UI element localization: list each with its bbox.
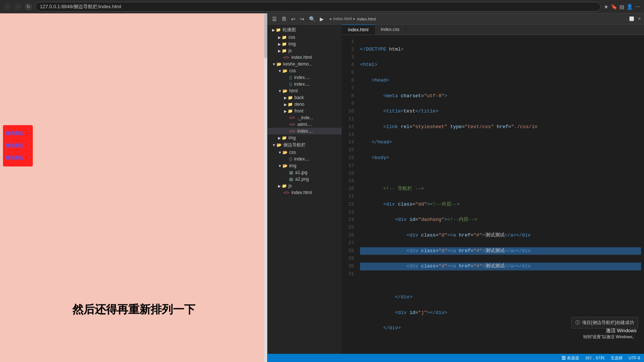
html-file-icon2: </> [289,115,295,120]
redo-icon[interactable]: ↪ [299,15,306,23]
tree-label: html [289,88,298,93]
tree-item-index-html1[interactable]: </> index.html [268,54,342,61]
address-bar[interactable]: 127.0.0.1:8848/侧边导航栏/index.html [35,2,601,12]
css-file-icon2: {} [289,82,292,86]
img-file-icon2: ▤ [289,177,293,182]
arrow-icon: ▼ [278,69,282,73]
sidebar-item-1[interactable]: 测试测试 [3,127,33,140]
menu-toolbar-icon[interactable]: ☰ [271,15,278,23]
tree-item-back[interactable]: ▶ 📁 back [268,94,342,101]
tree-label: ._inde... [297,115,313,120]
tree-item-html-folder[interactable]: ▼ 📂 html [268,88,342,94]
profile-icon[interactable]: 👤 [626,4,633,10]
star-icon[interactable]: ★ [604,4,609,10]
code-editor[interactable]: 12345 678910 1112131415 1617181920 21222… [342,35,644,354]
tree-item-css1[interactable]: ▶ 📁 css [268,34,342,41]
tree-label: js [288,48,292,53]
css-file-icon3: {} [289,157,292,161]
tree-label: css [289,150,296,155]
tree-item-a2png[interactable]: ▤ a2.png [268,176,342,182]
toolbar-right-icons: ⬜ ⨯ [629,16,641,21]
arrow-icon: ▶ [278,49,281,53]
tree-item-inde[interactable]: </> ._inde... [268,114,342,121]
reload-button[interactable]: ↻ [25,3,32,10]
status-selection: 无选择 [610,355,623,361]
status-encoding: UTF-8 [629,356,640,360]
tree-label: front [294,108,303,114]
tree-label: a2.png [295,177,309,182]
browser-icons: ★ 🔖 ▤ 👤 ⋯ [604,4,640,10]
menu-icon[interactable]: ⋯ [635,4,640,10]
tree-label: back [294,95,304,100]
tree-item-js2[interactable]: ▶ 📁 js [268,182,342,189]
undo-icon[interactable]: ↩ [290,15,297,23]
back-button[interactable]: ← [4,3,11,10]
tree-item-css2[interactable]: ▼ 📂 css [268,67,342,74]
forward-button[interactable]: → [14,3,22,10]
sidebar-item-2[interactable]: 测试测试 [3,140,33,152]
line-numbers: 12345 678910 1112131415 1617181920 21222… [342,35,357,354]
scrollbar-track[interactable] [264,13,267,362]
scrollbar-thumb[interactable] [264,13,267,58]
tree-item-a1jpg[interactable]: ▤ a1.jpg [268,169,342,176]
tree-item-index-html3[interactable]: </> index.html [268,189,342,196]
tab-index-css[interactable]: index.css [375,25,406,35]
tree-item-css-index[interactable]: {} index.... [268,156,342,162]
arrow-icon: ▼ [272,143,276,147]
tree-item-img3[interactable]: ▼ 📂 img [268,162,342,169]
folder-icon-open: 📂 [277,143,282,147]
tree-label: index.html [291,190,312,195]
tree-label: img [288,41,296,47]
folder-icon-open: 📂 [277,62,282,67]
tree-item-index-html2[interactable]: </> index.... [268,128,342,134]
tab-index-html[interactable]: index.html [342,25,375,35]
tree-item-img1[interactable]: ▶ 📁 img [268,41,342,47]
arrow-icon: ▼ [278,89,282,93]
search-toolbar-icon[interactable]: 🔍 [307,15,317,23]
extensions-icon[interactable]: ▤ [619,4,624,10]
tree-item-sidebar-nav[interactable]: ▼ 📂 侧边导航栏 [268,141,342,149]
tree-item-img2[interactable]: ▶ 📁 img [268,134,342,141]
folder-icon-open: 📂 [282,69,288,73]
sidebar-item-3[interactable]: 测试测试 [3,152,33,164]
run-icon[interactable]: ▶ [318,15,325,23]
tree-label: keshe_demo... [283,61,313,67]
tree-item-deno[interactable]: ▶ 📁 deno [268,101,342,108]
tree-item-js1[interactable]: ▶ 📁 js [268,47,342,54]
tree-label: 侧边导航栏 [283,142,306,148]
split-icon[interactable]: ⬜ [629,16,634,21]
main-layout: 测试测试 测试测试 测试测试 然后还得再重新排列一下 ☰ 🖹 ↩ ↪ 🔍 ▶ ▸… [0,13,644,362]
folder-icon: 📁 [282,35,287,40]
bookmark-icon[interactable]: 🔖 [611,4,617,10]
collapse-icon[interactable]: ⨯ [638,16,641,21]
folder-icon: 📁 [282,184,287,188]
folder-icon: 📁 [288,109,293,114]
folder-icon: 📁 [282,42,287,47]
breadcrumb-path: ▸ index.html [330,16,352,21]
tree-item-css3[interactable]: ▼ 📂 css [268,149,342,156]
folder-icon-open: 📂 [282,163,288,168]
tree-label: js [288,183,292,188]
tree-item-admi[interactable]: </> admi.... [268,121,342,128]
status-line: ☰ 表源器 [562,355,579,361]
breadcrumb-file: index.html [357,17,376,21]
sidebar-nav: 测试测试 测试测试 测试测试 [3,125,33,166]
folder-icon-open: 📂 [282,89,288,93]
notification: ⓘ 项目[侧边导航栏]创建成功 [571,317,638,328]
html-file-icon3: </> [289,122,295,127]
folder-icon-open: 📂 [282,150,288,155]
tree-item-front[interactable]: ▶ 📁 front [268,108,342,114]
status-icon: ☰ [562,356,566,360]
code-content[interactable]: <!DOCTYPE html> <html> <head> <meta char… [357,35,644,354]
vscode-panel: ☰ 🖹 ↩ ↪ 🔍 ▶ ▸ index.html ▸ index.html ⬜ … [268,13,644,362]
tree-item-keshe[interactable]: ▼ 📂 keshe_demo... [268,61,342,67]
tree-item-index-css2[interactable]: {} index.... [268,81,342,88]
file-icon[interactable]: 🖹 [280,15,288,23]
tree-item-index-css1[interactable]: {} index.... [268,74,342,81]
folder-icon: 📁 [276,28,281,32]
tree-label: css [289,68,296,73]
tree-label: index.... [294,82,310,87]
notification-text: 项目[侧边导航栏]创建成功 [582,320,634,326]
html-file-icon: </> [283,55,289,60]
tree-item-carousel[interactable]: ▶ 📁 轮播图 [268,26,342,34]
